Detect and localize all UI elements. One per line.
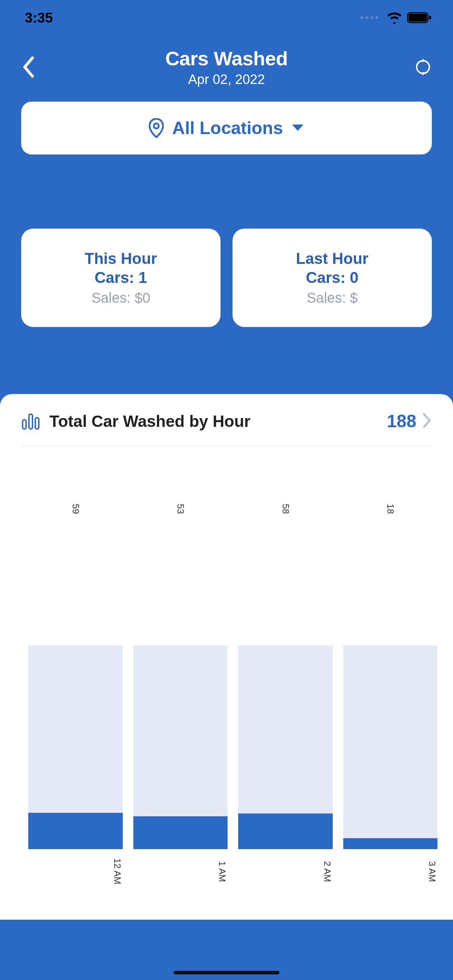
wifi-icon	[387, 12, 402, 24]
bar-background	[134, 646, 228, 849]
caret-down-icon	[291, 123, 305, 133]
bar-column[interactable]: 58	[238, 521, 333, 849]
bar-value-label: 58	[280, 504, 291, 514]
bar-column[interactable]: 18	[343, 521, 438, 849]
card-title: Last Hour	[243, 250, 421, 267]
bar-chart-icon	[21, 412, 41, 430]
chart-x-labels: 12 AM1 AM2 AM3 AM	[28, 858, 437, 885]
svg-point-3	[154, 124, 159, 129]
bar-column[interactable]: 53	[134, 521, 228, 849]
status-time: 3:35	[25, 10, 53, 26]
card-title: This Hour	[32, 250, 210, 267]
svg-rect-2	[429, 16, 431, 19]
location-selector[interactable]: All Locations	[21, 102, 432, 154]
card-cars: Cars: 1	[32, 269, 210, 286]
x-axis-label: 12 AM	[28, 858, 123, 885]
chart-bars[interactable]: 59535818	[28, 521, 437, 849]
chart-title: Total Car Washed by Hour	[49, 412, 387, 431]
card-sales: Sales: $	[243, 290, 421, 306]
nav-header: Cars Washed Apr 02, 2022	[0, 35, 453, 99]
bar-column[interactable]: 59	[28, 521, 123, 849]
x-axis-label: 2 AM	[238, 858, 333, 885]
refresh-button[interactable]	[411, 55, 436, 80]
svg-rect-5	[29, 414, 32, 429]
bar-value-label: 18	[385, 504, 396, 514]
page-subtitle: Apr 02, 2022	[165, 72, 288, 87]
last-hour-card[interactable]: Last Hour Cars: 0 Sales: $	[232, 229, 432, 327]
this-hour-card[interactable]: This Hour Cars: 1 Sales: $0	[21, 229, 221, 327]
bar-value-label: 53	[175, 504, 186, 514]
chart-panel: Total Car Washed by Hour 188 59535818 12…	[0, 394, 453, 920]
bar-foreground	[134, 816, 228, 849]
location-pin-icon	[148, 118, 164, 138]
chevron-left-icon	[22, 56, 35, 78]
bar-foreground	[28, 813, 123, 849]
svg-rect-6	[35, 418, 39, 429]
back-button[interactable]	[17, 53, 39, 81]
battery-icon	[407, 12, 432, 24]
chart-total: 188	[387, 411, 416, 431]
bar-foreground	[238, 813, 333, 849]
bar-background	[28, 646, 123, 849]
cellular-dots-icon	[361, 16, 378, 19]
refresh-icon	[413, 57, 433, 77]
stat-cards-row: This Hour Cars: 1 Sales: $0 Last Hour Ca…	[0, 229, 453, 327]
chart-header[interactable]: Total Car Washed by Hour 188	[21, 411, 432, 446]
location-label: All Locations	[172, 118, 283, 138]
card-cars: Cars: 0	[243, 269, 421, 286]
home-indicator	[173, 971, 280, 974]
page-title: Cars Washed	[165, 47, 288, 70]
title-block: Cars Washed Apr 02, 2022	[165, 47, 288, 87]
chevron-right-icon	[422, 413, 432, 430]
bar-background	[238, 646, 333, 849]
status-bar: 3:35	[0, 0, 453, 35]
bar-background	[343, 646, 438, 849]
x-axis-label: 3 AM	[343, 858, 438, 885]
svg-rect-4	[22, 420, 26, 429]
status-right	[361, 12, 432, 24]
x-axis-label: 1 AM	[134, 858, 228, 885]
bar-value-label: 59	[70, 504, 81, 514]
svg-rect-1	[408, 14, 427, 22]
bar-foreground	[343, 838, 438, 849]
card-sales: Sales: $0	[32, 290, 210, 306]
